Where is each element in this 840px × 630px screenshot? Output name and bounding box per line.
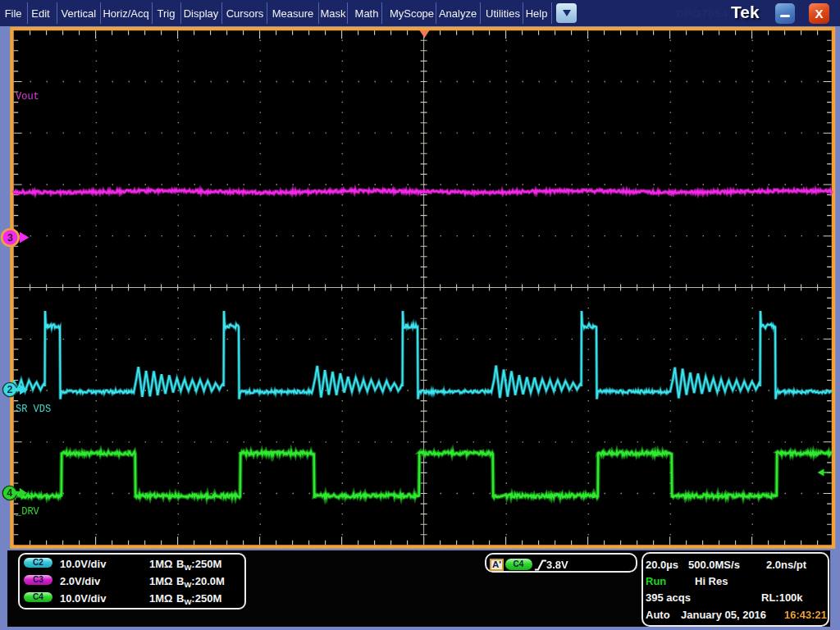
svg-text:4: 4 [7,487,12,499]
svg-text:Vout: Vout [16,91,39,103]
svg-text:2: 2 [7,384,13,395]
svg-text:SR VDS: SR VDS [16,404,51,415]
svg-text:_DRV: _DRV [15,506,40,518]
svg-text:3: 3 [7,232,13,244]
